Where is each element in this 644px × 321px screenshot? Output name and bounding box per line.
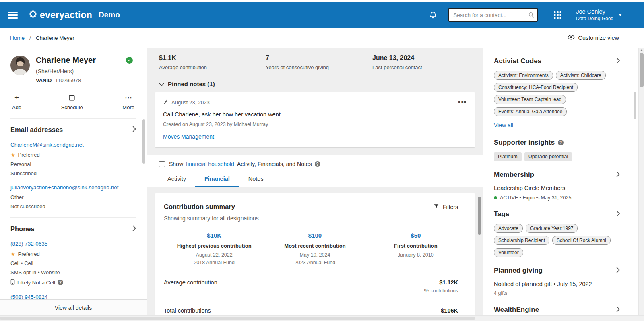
search-input[interactable] [448,8,538,22]
tab-notes[interactable]: Notes [239,172,273,187]
supporter-insights-title: Supporter insights [494,139,555,147]
view-all-link[interactable]: View all [494,122,513,128]
membership-header[interactable]: Membership [494,171,620,179]
user-org: Data Doing Good [576,16,613,22]
customize-view-button[interactable]: Customize view [568,35,619,41]
user-name: Joe Conley [576,8,613,16]
email-link[interactable]: juliaeveryaction+charlene@sink.sendgrid.… [10,184,118,191]
more-button[interactable]: ⋯ More [122,94,134,110]
breadcrumb: Home / Charlene Meyer Customize view [0,28,644,48]
email-link[interactable]: CharleneM@sink.sendgrid.net [10,142,84,148]
contact-search [448,8,538,22]
top-navbar: everyaction Demo Joe Conley Data Doing G… [0,2,644,28]
vertical-scrollbar-thumb[interactable] [640,53,644,87]
search-icon[interactable] [528,12,535,20]
note-created: Created on August 23, 2023 by Michael Mu… [163,122,467,127]
divider [10,118,136,119]
left-panel-scrollbar[interactable] [142,119,145,164]
phone-link[interactable]: (828) 732-0635 [10,241,47,247]
tag-pill: Graduate Year:1997 [526,224,578,233]
content: Charlene Meyer ✓ (She/Her/Hers) VANID 11… [0,48,644,315]
planned-giving-header[interactable]: Planned giving [494,267,620,275]
household-checkbox[interactable] [159,161,165,167]
main-scrollbar[interactable] [478,197,481,235]
page-horizontal-scrollbar [0,315,644,321]
moves-management-link[interactable]: Moves Management [163,133,214,140]
phone-optin: SMS opt-in • Website [10,269,136,275]
household-suffix: Activity, Financials, and Notes [237,161,312,167]
view-all-details-button[interactable]: View all details [0,299,147,315]
eye-icon [568,35,575,41]
right-panel-scrollbar[interactable] [634,92,636,119]
note-text: Call Charlene, ask her how her vacation … [163,111,467,118]
filters-button[interactable]: Filters [433,203,458,210]
avatar[interactable] [10,56,30,75]
email-section-title: Email addresses [10,126,63,134]
vanid-value: 110295978 [55,77,81,83]
membership-program: Leadership Circle Members [494,185,620,191]
wealthengine-header[interactable]: WealthEngine [494,306,620,314]
planned-giving-gifts: 4 gifts [494,290,620,296]
profile-side-panel: Activist Codes Activism: Environments Ac… [483,48,638,315]
tags-header[interactable]: Tags [494,210,620,218]
profile-tabs: Activity Financial Notes [147,172,483,187]
highlight-highest: $10K Highest previous contribution Augus… [164,232,264,265]
chevron-right-icon [616,211,620,218]
first-amount-link[interactable]: $50 [411,232,421,239]
preferred-label: Preferred [18,251,40,257]
breadcrumb-home-link[interactable]: Home [10,35,25,41]
activist-code-pill: Activism: Environments [494,71,553,80]
everyaction-logo[interactable]: everyaction [29,10,92,21]
tab-financial[interactable]: Financial [195,172,239,187]
hamburger-menu-icon[interactable] [8,12,18,19]
summary-row-average: Average contribution $1.12K 95 contribut… [164,279,466,294]
notifications-bell-icon[interactable] [429,10,437,19]
star-icon: ★ [10,251,16,257]
recent-amount-link[interactable]: $100 [308,232,322,239]
help-icon[interactable]: ? [315,161,320,167]
contribution-summary-card: Contribution summary Filters Showing sum… [155,193,475,315]
activist-codes-section: Activist Codes Activism: Environments Ac… [494,57,620,129]
tags-section: Tags Advocate Graduate Year:1997 Scholar… [494,210,620,257]
verified-check-icon: ✓ [126,57,133,64]
phone-type: Cell • Cell [10,260,136,266]
filter-funnel-icon [433,203,439,210]
chevron-right-icon [616,306,620,314]
activist-code-pill: Events: Annual Gala Attendee [494,107,567,116]
caret-down-icon [618,14,622,16]
supporter-insights-section: Supporter insights ? Platinum Upgrade po… [494,139,620,161]
email-item: CharleneM@sink.sendgrid.net ★ Preferred … [10,141,136,176]
highest-amount-link[interactable]: $10K [207,232,221,239]
contact-pronouns: (She/Her/Hers) [36,68,136,75]
phones-section-header[interactable]: Phones [10,225,136,233]
help-icon[interactable]: ? [558,140,564,145]
scroll-up-arrow-icon[interactable] [640,49,643,51]
note-more-icon[interactable]: ••• [458,100,467,105]
mobile-phone-icon [10,279,15,286]
schedule-button[interactable]: Schedule [61,94,83,110]
activist-codes-header[interactable]: Activist Codes [494,57,620,65]
summary-row-total: Total contributions $106K 95 contributio… [164,307,466,315]
user-menu[interactable]: Joe Conley Data Doing Good [576,8,622,22]
apps-grid-icon[interactable] [554,11,561,19]
tag-pill: School Of Rock Alumni [552,236,611,245]
pinned-note-card: August 23, 2023 ••• Call Charlene, ask h… [155,92,475,147]
highlight-most-recent: $100 Most recent contribution May 10, 20… [264,232,365,265]
household-prefix: Show [169,161,183,167]
plus-icon: + [14,94,19,101]
household-toggle-row: Show financial household Activity, Finan… [147,155,483,167]
horizontal-scrollbar-thumb[interactable] [0,317,475,320]
help-icon[interactable]: ? [58,280,63,285]
financial-household-link[interactable]: financial household [186,161,234,167]
pinned-notes-toggle[interactable]: Pinned notes (1) [159,81,483,87]
planned-giving-section: Planned giving Notified of planned gift … [494,267,620,296]
stat-average-contribution: $1.1K Average contribution [159,54,266,70]
preferred-label: Preferred [18,152,40,158]
tab-activity[interactable]: Activity [158,172,195,187]
add-button[interactable]: + Add [12,94,21,110]
stats-row: $1.1K Average contribution 7 Years of co… [147,48,483,70]
highlight-first: $50 First contribution January 8, 2010 [365,232,466,265]
chevron-right-icon [616,267,620,275]
pinned-notes-title: Pinned notes (1) [168,81,215,87]
email-section-header[interactable]: Email addresses [10,126,136,134]
